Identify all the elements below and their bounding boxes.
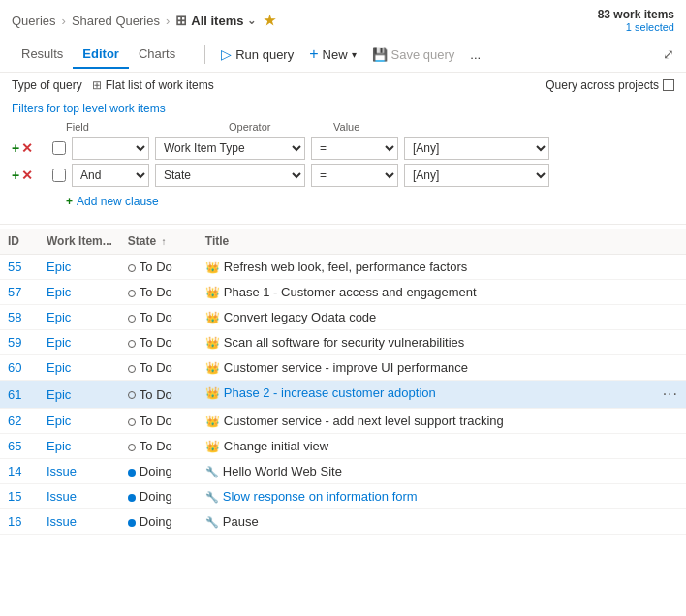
- cell-id[interactable]: 14: [0, 459, 39, 484]
- filters-label: Filters for top level work items: [0, 98, 686, 119]
- star-icon[interactable]: ★: [264, 13, 276, 28]
- table-row[interactable]: 59EpicTo Do👑Scan all software for securi…: [0, 330, 686, 355]
- cell-id[interactable]: 58: [0, 305, 39, 330]
- issue-icon: 🔧: [205, 466, 219, 477]
- col-header-type[interactable]: Work Item...: [39, 229, 120, 255]
- filter-row-1-field[interactable]: Work Item Type: [155, 137, 305, 160]
- filter-row-2-remove[interactable]: ✕: [21, 168, 33, 183]
- cell-id[interactable]: 65: [0, 434, 39, 459]
- flat-list-selector[interactable]: ⊞ Flat list of work items: [92, 78, 214, 92]
- new-button[interactable]: + New ▾: [301, 42, 363, 67]
- filter-row-2-checkbox[interactable]: [52, 169, 66, 182]
- state-dot-icon: [128, 418, 136, 426]
- flat-list-icon: ⊞: [92, 78, 102, 92]
- tab-charts[interactable]: Charts: [129, 41, 185, 69]
- issue-icon: 🔧: [205, 491, 219, 503]
- cell-id[interactable]: 16: [0, 509, 39, 535]
- more-button[interactable]: ...: [462, 44, 488, 66]
- cell-title[interactable]: 🔧Pause: [198, 509, 686, 535]
- query-type-row: Type of query ⊞ Flat list of work items …: [0, 73, 686, 98]
- table-row[interactable]: 15IssueDoing🔧Slow response on informatio…: [0, 484, 686, 509]
- tab-results[interactable]: Results: [12, 41, 73, 69]
- cell-type: Epic: [39, 381, 120, 409]
- tab-editor[interactable]: Editor: [73, 41, 129, 69]
- filter-row-2-field[interactable]: State: [155, 164, 305, 187]
- filter-row-1-actions: + ✕: [12, 140, 47, 156]
- filter-row-1-checkbox[interactable]: [52, 141, 66, 155]
- cell-id[interactable]: 15: [0, 484, 39, 509]
- table-row[interactable]: 62EpicTo Do👑Customer service - add next …: [0, 409, 686, 434]
- col-header-state[interactable]: State ↑: [120, 229, 198, 255]
- add-clause[interactable]: + Add new clause: [12, 191, 674, 212]
- item-count: 83 work items: [598, 8, 674, 21]
- filter-row-2-add[interactable]: +: [12, 168, 19, 183]
- filter-row-2-andor[interactable]: And: [72, 164, 149, 187]
- cell-title[interactable]: 👑Scan all software for security vulnerab…: [198, 330, 686, 355]
- col-header-id: ID: [0, 229, 39, 255]
- cell-id[interactable]: 62: [0, 409, 39, 434]
- query-type-label: Type of query: [12, 78, 82, 92]
- table-row[interactable]: 55EpicTo Do👑Refresh web look, feel, perf…: [0, 255, 686, 280]
- table-row[interactable]: 61EpicTo Do👑Phase 2 - increase customer …: [0, 381, 686, 409]
- table-icon: ⊞: [175, 13, 187, 28]
- cell-id[interactable]: 57: [0, 280, 39, 305]
- run-query-button[interactable]: ▷ Run query: [213, 43, 301, 66]
- results-table: ID Work Item... State ↑ Title 55EpicTo D…: [0, 229, 686, 535]
- filter-row-2-value[interactable]: [Any]: [404, 164, 549, 187]
- filter-row-1-value[interactable]: [Any]: [404, 137, 549, 160]
- table-row[interactable]: 57EpicTo Do👑Phase 1 - Customer access an…: [0, 280, 686, 305]
- cell-id[interactable]: 60: [0, 355, 39, 381]
- selected-count: 1 selected: [598, 21, 674, 33]
- table-row[interactable]: 65EpicTo Do👑Change initial view: [0, 434, 686, 459]
- save-query-label: Save query: [391, 47, 455, 62]
- breadcrumb-sep2: ›: [166, 14, 170, 28]
- col-header-title: Title: [198, 229, 686, 255]
- cell-id[interactable]: 61: [0, 381, 39, 409]
- cell-title[interactable]: 👑Refresh web look, feel, performance fac…: [198, 255, 686, 280]
- title-text: Convert legacy Odata code: [224, 310, 377, 324]
- save-query-button[interactable]: 💾 Save query: [364, 44, 463, 66]
- cell-type: Epic: [39, 330, 120, 355]
- cell-title[interactable]: 👑Phase 1 - Customer access and engagemen…: [198, 280, 686, 305]
- breadcrumb-root[interactable]: Queries: [12, 14, 56, 28]
- filter-row-1-andor[interactable]: [72, 137, 149, 160]
- state-dot-icon: [128, 290, 136, 297]
- cell-type: Epic: [39, 355, 120, 381]
- table-row[interactable]: 60EpicTo Do👑Customer service - improve U…: [0, 355, 686, 381]
- cell-title[interactable]: 👑Change initial view: [198, 434, 686, 459]
- section-divider: [0, 224, 686, 225]
- table-row[interactable]: 14IssueDoing🔧Hello World Web Site: [0, 459, 686, 484]
- cell-title[interactable]: 👑Convert legacy Odata code: [198, 305, 686, 330]
- title-text: Pause: [223, 514, 259, 529]
- cell-title[interactable]: 👑Phase 2 - increase customer adoption···: [198, 381, 686, 409]
- cell-state: To Do: [120, 434, 198, 459]
- sort-icon: ↑: [161, 236, 166, 247]
- breadcrumb-shared[interactable]: Shared Queries: [72, 14, 160, 28]
- state-dot-icon: [128, 365, 136, 373]
- breadcrumb-chevron[interactable]: ⌄: [247, 15, 256, 27]
- title-text: Customer service - improve UI performanc…: [224, 360, 468, 375]
- cell-title[interactable]: 🔧Hello World Web Site: [198, 459, 686, 484]
- more-label: ...: [470, 47, 481, 62]
- filter-row-1-remove[interactable]: ✕: [21, 140, 33, 156]
- issue-icon: 🔧: [205, 516, 219, 528]
- cell-title[interactable]: 👑Customer service - improve UI performan…: [198, 355, 686, 381]
- expand-icon[interactable]: ⤢: [663, 46, 674, 62]
- cell-state: Doing: [120, 459, 198, 484]
- filter-row-2-operator[interactable]: =: [311, 164, 398, 187]
- query-across-checkbox[interactable]: [663, 79, 674, 91]
- filter-row-1-operator[interactable]: =: [311, 137, 398, 160]
- breadcrumb: Queries › Shared Queries › ⊞ All items ⌄…: [0, 0, 686, 37]
- filter-row-1-add[interactable]: +: [12, 140, 19, 156]
- results-table-wrapper[interactable]: ID Work Item... State ↑ Title 55EpicTo D…: [0, 229, 686, 535]
- cell-title[interactable]: 🔧Slow response on information form: [198, 484, 686, 509]
- cell-id[interactable]: 59: [0, 330, 39, 355]
- table-row[interactable]: 16IssueDoing🔧Pause: [0, 509, 686, 535]
- state-dot-icon: [128, 494, 136, 502]
- cell-title[interactable]: 👑Customer service - add next level suppo…: [198, 409, 686, 434]
- row-ellipsis-button[interactable]: ···: [663, 385, 678, 403]
- breadcrumb-current-label: All items: [191, 14, 243, 28]
- crown-icon: 👑: [205, 440, 220, 453]
- table-row[interactable]: 58EpicTo Do👑Convert legacy Odata code: [0, 305, 686, 330]
- cell-id[interactable]: 55: [0, 255, 39, 280]
